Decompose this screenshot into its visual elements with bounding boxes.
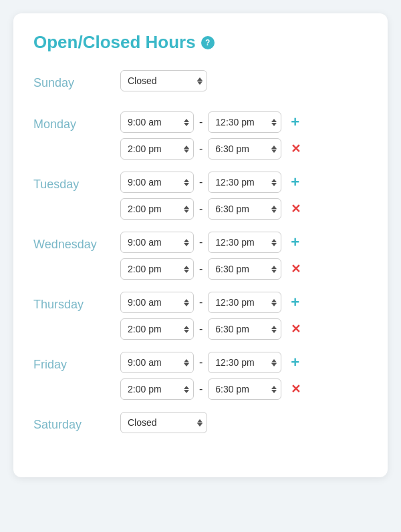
- day-row-friday: Friday12:00 am12:30 am1:00 am1:30 am2:00…: [33, 352, 368, 400]
- time-row-monday-1: 12:00 am12:30 am1:00 am1:30 am2:00 am2:3…: [120, 138, 303, 160]
- day-controls-wednesday: 12:00 am12:30 am1:00 am1:30 am2:00 am2:3…: [120, 232, 303, 280]
- days-container: SundayClosedMonday12:00 am12:30 am1:00 a…: [33, 70, 368, 441]
- remove-slot-button-monday-1[interactable]: ✕: [288, 143, 303, 155]
- closed-select-sunday[interactable]: Closed: [120, 70, 207, 91]
- time-row-tuesday-0: 12:00 am12:30 am1:00 am1:30 am2:00 am2:3…: [120, 172, 303, 193]
- remove-slot-button-wednesday-1[interactable]: ✕: [288, 263, 303, 275]
- end-time-select-tuesday-1[interactable]: 12:00 am12:30 am1:00 am1:30 am2:00 am2:3…: [208, 198, 281, 220]
- start-time-select-thursday-1[interactable]: 12:00 am12:30 am1:00 am1:30 am2:00 am2:3…: [120, 318, 194, 340]
- add-slot-button-friday[interactable]: +: [288, 355, 302, 370]
- end-select-wrap: 12:00 am12:30 am1:00 am1:30 am2:00 am2:3…: [208, 352, 281, 373]
- end-select-wrap: 12:00 am12:30 am1:00 am1:30 am2:00 am2:3…: [208, 258, 281, 280]
- end-select-wrap: 12:00 am12:30 am1:00 am1:30 am2:00 am2:3…: [208, 318, 281, 340]
- dash-separator: -: [198, 296, 204, 308]
- day-controls-monday: 12:00 am12:30 am1:00 am1:30 am2:00 am2:3…: [120, 111, 303, 160]
- start-time-select-wednesday-0[interactable]: 12:00 am12:30 am1:00 am1:30 am2:00 am2:3…: [120, 232, 194, 253]
- day-label-friday: Friday: [33, 352, 120, 372]
- dash-separator: -: [198, 203, 204, 215]
- end-time-select-friday-0[interactable]: 12:00 am12:30 am1:00 am1:30 am2:00 am2:3…: [208, 352, 281, 373]
- day-controls-sunday: Closed: [120, 70, 207, 91]
- dash-separator: -: [198, 176, 204, 188]
- end-time-select-thursday-0[interactable]: 12:00 am12:30 am1:00 am1:30 am2:00 am2:3…: [208, 292, 281, 313]
- dash-separator: -: [198, 356, 204, 368]
- start-select-wrap: 12:00 am12:30 am1:00 am1:30 am2:00 am2:3…: [120, 258, 194, 280]
- day-controls-thursday: 12:00 am12:30 am1:00 am1:30 am2:00 am2:3…: [120, 292, 303, 340]
- start-time-select-friday-1[interactable]: 12:00 am12:30 am1:00 am1:30 am2:00 am2:3…: [120, 378, 194, 400]
- start-time-select-tuesday-0[interactable]: 12:00 am12:30 am1:00 am1:30 am2:00 am2:3…: [120, 172, 194, 193]
- start-select-wrap: 12:00 am12:30 am1:00 am1:30 am2:00 am2:3…: [120, 232, 194, 253]
- time-row-monday-0: 12:00 am12:30 am1:00 am1:30 am2:00 am2:3…: [120, 111, 303, 133]
- page-title: Open/Closed Hours: [33, 32, 196, 53]
- day-label-tuesday: Tuesday: [33, 172, 120, 192]
- add-slot-button-wednesday[interactable]: +: [288, 235, 302, 250]
- end-time-select-monday-1[interactable]: 12:00 am12:30 am1:00 am1:30 am2:00 am2:3…: [208, 138, 281, 160]
- end-select-wrap: 12:00 am12:30 am1:00 am1:30 am2:00 am2:3…: [208, 138, 281, 160]
- remove-slot-button-thursday-1[interactable]: ✕: [288, 323, 303, 335]
- start-select-wrap: 12:00 am12:30 am1:00 am1:30 am2:00 am2:3…: [120, 138, 194, 160]
- end-select-wrap: 12:00 am12:30 am1:00 am1:30 am2:00 am2:3…: [208, 198, 281, 220]
- closed-row-saturday: Closed: [120, 412, 207, 433]
- start-time-select-tuesday-1[interactable]: 12:00 am12:30 am1:00 am1:30 am2:00 am2:3…: [120, 198, 194, 220]
- dash-separator: -: [198, 323, 204, 335]
- start-select-wrap: 12:00 am12:30 am1:00 am1:30 am2:00 am2:3…: [120, 378, 194, 400]
- hours-card: Open/Closed Hours ? SundayClosedMonday12…: [13, 13, 388, 477]
- time-row-friday-0: 12:00 am12:30 am1:00 am1:30 am2:00 am2:3…: [120, 352, 303, 373]
- start-select-wrap: 12:00 am12:30 am1:00 am1:30 am2:00 am2:3…: [120, 111, 194, 133]
- start-select-wrap: 12:00 am12:30 am1:00 am1:30 am2:00 am2:3…: [120, 352, 194, 373]
- day-controls-saturday: Closed: [120, 412, 207, 433]
- time-row-tuesday-1: 12:00 am12:30 am1:00 am1:30 am2:00 am2:3…: [120, 198, 303, 220]
- end-select-wrap: 12:00 am12:30 am1:00 am1:30 am2:00 am2:3…: [208, 172, 281, 193]
- day-row-thursday: Thursday12:00 am12:30 am1:00 am1:30 am2:…: [33, 292, 368, 340]
- day-row-monday: Monday12:00 am12:30 am1:00 am1:30 am2:00…: [33, 111, 368, 160]
- end-time-select-friday-1[interactable]: 12:00 am12:30 am1:00 am1:30 am2:00 am2:3…: [208, 378, 281, 400]
- day-controls-friday: 12:00 am12:30 am1:00 am1:30 am2:00 am2:3…: [120, 352, 303, 400]
- end-select-wrap: 12:00 am12:30 am1:00 am1:30 am2:00 am2:3…: [208, 232, 281, 253]
- closed-select-wrap: Closed: [120, 412, 207, 433]
- remove-slot-button-tuesday-1[interactable]: ✕: [288, 203, 303, 215]
- time-row-wednesday-1: 12:00 am12:30 am1:00 am1:30 am2:00 am2:3…: [120, 258, 303, 280]
- end-time-select-wednesday-1[interactable]: 12:00 am12:30 am1:00 am1:30 am2:00 am2:3…: [208, 258, 281, 280]
- start-select-wrap: 12:00 am12:30 am1:00 am1:30 am2:00 am2:3…: [120, 172, 194, 193]
- end-time-select-wednesday-0[interactable]: 12:00 am12:30 am1:00 am1:30 am2:00 am2:3…: [208, 232, 281, 253]
- start-time-select-friday-0[interactable]: 12:00 am12:30 am1:00 am1:30 am2:00 am2:3…: [120, 352, 194, 373]
- dash-separator: -: [198, 236, 204, 248]
- day-label-sunday: Sunday: [33, 70, 120, 90]
- add-slot-button-tuesday[interactable]: +: [288, 175, 302, 190]
- start-select-wrap: 12:00 am12:30 am1:00 am1:30 am2:00 am2:3…: [120, 198, 194, 220]
- day-row-sunday: SundayClosed: [33, 70, 368, 99]
- start-time-select-monday-0[interactable]: 12:00 am12:30 am1:00 am1:30 am2:00 am2:3…: [120, 111, 194, 133]
- day-label-thursday: Thursday: [33, 292, 120, 312]
- time-row-wednesday-0: 12:00 am12:30 am1:00 am1:30 am2:00 am2:3…: [120, 232, 303, 253]
- end-select-wrap: 12:00 am12:30 am1:00 am1:30 am2:00 am2:3…: [208, 111, 281, 133]
- time-row-thursday-1: 12:00 am12:30 am1:00 am1:30 am2:00 am2:3…: [120, 318, 303, 340]
- end-time-select-monday-0[interactable]: 12:00 am12:30 am1:00 am1:30 am2:00 am2:3…: [208, 111, 281, 133]
- dash-separator: -: [198, 143, 204, 155]
- add-slot-button-thursday[interactable]: +: [288, 295, 302, 310]
- dash-separator: -: [198, 383, 204, 395]
- day-row-tuesday: Tuesday12:00 am12:30 am1:00 am1:30 am2:0…: [33, 172, 368, 220]
- start-time-select-monday-1[interactable]: 12:00 am12:30 am1:00 am1:30 am2:00 am2:3…: [120, 138, 194, 160]
- end-time-select-tuesday-0[interactable]: 12:00 am12:30 am1:00 am1:30 am2:00 am2:3…: [208, 172, 281, 193]
- end-time-select-thursday-1[interactable]: 12:00 am12:30 am1:00 am1:30 am2:00 am2:3…: [208, 318, 281, 340]
- closed-row-sunday: Closed: [120, 70, 207, 91]
- closed-select-saturday[interactable]: Closed: [120, 412, 207, 433]
- day-controls-tuesday: 12:00 am12:30 am1:00 am1:30 am2:00 am2:3…: [120, 172, 303, 220]
- time-row-friday-1: 12:00 am12:30 am1:00 am1:30 am2:00 am2:3…: [120, 378, 303, 400]
- add-slot-button-monday[interactable]: +: [288, 115, 302, 129]
- day-label-monday: Monday: [33, 111, 120, 131]
- closed-select-wrap: Closed: [120, 70, 207, 91]
- day-label-wednesday: Wednesday: [33, 232, 120, 252]
- start-select-wrap: 12:00 am12:30 am1:00 am1:30 am2:00 am2:3…: [120, 292, 194, 313]
- day-row-wednesday: Wednesday12:00 am12:30 am1:00 am1:30 am2…: [33, 232, 368, 280]
- dash-separator: -: [198, 263, 204, 275]
- time-row-thursday-0: 12:00 am12:30 am1:00 am1:30 am2:00 am2:3…: [120, 292, 303, 313]
- remove-slot-button-friday-1[interactable]: ✕: [288, 383, 303, 395]
- start-time-select-wednesday-1[interactable]: 12:00 am12:30 am1:00 am1:30 am2:00 am2:3…: [120, 258, 194, 280]
- dash-separator: -: [198, 116, 204, 128]
- day-label-saturday: Saturday: [33, 412, 120, 432]
- end-select-wrap: 12:00 am12:30 am1:00 am1:30 am2:00 am2:3…: [208, 292, 281, 313]
- help-icon[interactable]: ?: [201, 36, 215, 49]
- end-select-wrap: 12:00 am12:30 am1:00 am1:30 am2:00 am2:3…: [208, 378, 281, 400]
- start-time-select-thursday-0[interactable]: 12:00 am12:30 am1:00 am1:30 am2:00 am2:3…: [120, 292, 194, 313]
- day-row-saturday: SaturdayClosed: [33, 412, 368, 441]
